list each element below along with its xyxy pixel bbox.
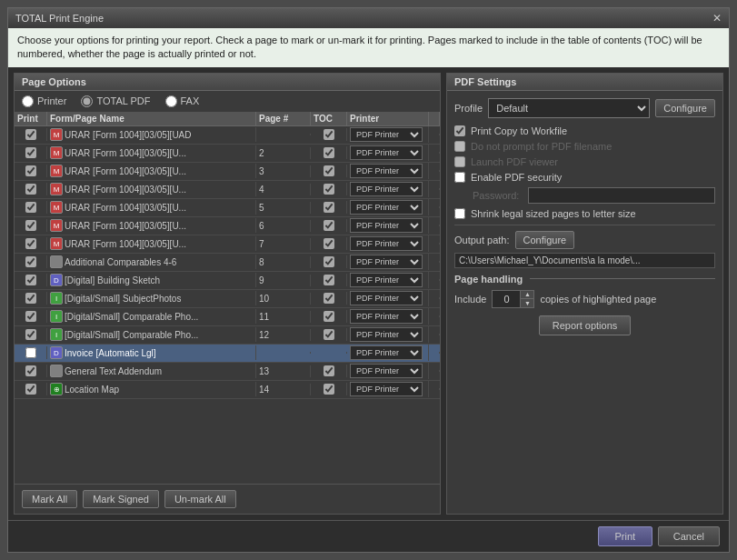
table-body[interactable]: MURAR [Form 1004][03/05][UADPDF PrinterM… bbox=[15, 126, 440, 484]
table-row[interactable]: MURAR [Form 1004][03/05][UADPDF Printer bbox=[15, 126, 440, 145]
print-checkbox[interactable] bbox=[25, 347, 36, 358]
toc-checkbox[interactable] bbox=[324, 184, 334, 195]
toc-checkbox[interactable] bbox=[324, 256, 334, 267]
print-button[interactable]: Print bbox=[598, 526, 652, 546]
spinner-down[interactable]: ▼ bbox=[521, 299, 533, 307]
print-checkbox[interactable] bbox=[25, 129, 36, 140]
printer-select[interactable]: PDF Printer bbox=[350, 291, 423, 305]
radio-total-pdf[interactable]: TOTAL PDF bbox=[81, 95, 150, 107]
printer-select[interactable]: PDF Printer bbox=[350, 182, 423, 196]
cancel-button[interactable]: Cancel bbox=[658, 526, 720, 546]
spinner-buttons: ▲ ▼ bbox=[520, 291, 533, 307]
checkbox-pdf-security-input[interactable] bbox=[454, 172, 465, 183]
report-options-button[interactable]: Report options bbox=[539, 315, 632, 335]
toc-checkbox[interactable] bbox=[324, 384, 334, 395]
printer-select[interactable]: PDF Printer bbox=[350, 255, 423, 269]
printer-select[interactable]: PDF Printer bbox=[350, 145, 423, 160]
col-print: Print bbox=[15, 112, 47, 125]
checkbox-launch-pdf: Launch PDF viewer bbox=[454, 156, 715, 167]
print-checkbox[interactable] bbox=[25, 256, 36, 267]
print-checkbox[interactable] bbox=[25, 293, 36, 304]
print-checkbox[interactable] bbox=[25, 220, 36, 231]
cell-printer: PDF Printer bbox=[347, 163, 429, 179]
print-checkbox[interactable] bbox=[25, 202, 36, 213]
cell-print-check bbox=[15, 383, 47, 395]
printer-select[interactable]: PDF Printer bbox=[350, 309, 423, 324]
printer-select[interactable]: PDF Printer bbox=[350, 236, 423, 251]
table-row[interactable]: MURAR [Form 1004][03/05][U...3PDF Printe… bbox=[15, 163, 440, 181]
table-row[interactable]: MURAR [Form 1004][03/05][U...4PDF Printe… bbox=[15, 181, 440, 199]
printer-select[interactable]: PDF Printer bbox=[350, 200, 423, 215]
table-row[interactable]: General Text Addendum13PDF Printer bbox=[15, 363, 440, 381]
radio-printer[interactable]: Printer bbox=[22, 95, 66, 107]
cell-print-check bbox=[15, 146, 47, 159]
toc-checkbox[interactable] bbox=[324, 293, 334, 304]
print-checkbox[interactable] bbox=[25, 329, 36, 340]
table-row[interactable]: I[Digital/Small] Comparable Pho...11PDF … bbox=[15, 308, 440, 326]
toc-checkbox[interactable] bbox=[324, 129, 334, 140]
checkbox-shrink-input[interactable] bbox=[454, 208, 465, 219]
print-checkbox[interactable] bbox=[25, 311, 36, 322]
print-checkbox[interactable] bbox=[25, 147, 36, 158]
table-row[interactable]: MURAR [Form 1004][03/05][U...6PDF Printe… bbox=[15, 217, 440, 235]
printer-select[interactable]: PDF Printer bbox=[350, 345, 423, 360]
print-checkbox[interactable] bbox=[25, 165, 36, 176]
toc-checkbox[interactable] bbox=[324, 220, 334, 231]
include-input[interactable] bbox=[493, 291, 520, 307]
table-row[interactable]: ⊕Location Map14PDF Printer bbox=[15, 381, 440, 399]
printer-select[interactable]: PDF Printer bbox=[350, 364, 423, 378]
cell-print-check bbox=[15, 255, 47, 268]
table-row[interactable]: I[Digital/Small] Comparable Pho...12PDF … bbox=[15, 326, 440, 345]
row-name-text: [Digital/Small] Comparable Pho... bbox=[65, 312, 198, 322]
toc-checkbox[interactable] bbox=[324, 238, 334, 249]
toc-checkbox[interactable] bbox=[324, 147, 334, 158]
info-bar: Choose your options for printing your re… bbox=[8, 28, 729, 67]
checkbox-no-prompt-input[interactable] bbox=[454, 141, 465, 152]
table-row[interactable]: MURAR [Form 1004][03/05][U...2PDF Printe… bbox=[15, 145, 440, 163]
configure-profile-button[interactable]: Configure bbox=[655, 99, 715, 117]
toc-checkbox[interactable] bbox=[324, 165, 334, 176]
printer-select[interactable]: PDF Printer bbox=[350, 127, 423, 142]
printer-select[interactable]: PDF Printer bbox=[350, 327, 423, 342]
printer-select[interactable]: PDF Printer bbox=[350, 164, 423, 178]
row-icon: M bbox=[50, 183, 63, 195]
profile-select[interactable]: Default bbox=[488, 98, 650, 118]
table-header: Print Form/Page Name Page # TOC Printer bbox=[15, 112, 440, 126]
toc-checkbox[interactable] bbox=[324, 311, 334, 322]
cell-printer: PDF Printer bbox=[347, 290, 429, 306]
row-icon: I bbox=[50, 328, 63, 341]
checkbox-launch-pdf-input[interactable] bbox=[454, 156, 465, 167]
cell-scroll-spacer bbox=[429, 261, 440, 263]
print-checkbox[interactable] bbox=[25, 384, 36, 395]
print-checkbox[interactable] bbox=[25, 238, 36, 249]
configure-output-button[interactable]: Configure bbox=[515, 231, 575, 249]
include-suffix: copies of highlighted page bbox=[540, 294, 656, 305]
toc-checkbox[interactable] bbox=[324, 365, 334, 376]
toc-checkbox[interactable] bbox=[324, 275, 334, 285]
table-row[interactable]: I[Digital/Small] SubjectPhotos10PDF Prin… bbox=[15, 290, 440, 308]
table-row[interactable]: MURAR [Form 1004][03/05][U...7PDF Printe… bbox=[15, 235, 440, 254]
radio-fax[interactable]: FAX bbox=[165, 95, 200, 107]
spinner-up[interactable]: ▲ bbox=[521, 291, 533, 299]
printer-select[interactable]: PDF Printer bbox=[350, 382, 423, 396]
table-row[interactable]: DInvoice [Automatic Lgl]PDF Printer bbox=[15, 345, 440, 363]
print-checkbox[interactable] bbox=[25, 365, 36, 376]
col-printer: Printer bbox=[347, 112, 429, 125]
mark-signed-button[interactable]: Mark Signed bbox=[83, 490, 159, 508]
table-row[interactable]: D[Digital] Building Sketch9PDF Printer bbox=[15, 272, 440, 290]
checkbox-print-copy-input[interactable] bbox=[454, 125, 465, 136]
table-row[interactable]: MURAR [Form 1004][03/05][U...5PDF Printe… bbox=[15, 199, 440, 217]
close-button[interactable]: ✕ bbox=[712, 12, 722, 25]
password-input[interactable] bbox=[528, 187, 715, 204]
table-row[interactable]: Additional Comparables 4-68PDF Printer bbox=[15, 254, 440, 272]
printer-select[interactable]: PDF Printer bbox=[350, 218, 423, 233]
cell-name: MURAR [Form 1004][03/05][U... bbox=[47, 164, 256, 178]
print-checkbox[interactable] bbox=[25, 184, 36, 195]
printer-select[interactable]: PDF Printer bbox=[350, 273, 423, 287]
toc-checkbox[interactable] bbox=[324, 202, 334, 213]
toc-checkbox[interactable] bbox=[324, 329, 334, 340]
print-checkbox[interactable] bbox=[25, 275, 36, 285]
col-toc: TOC bbox=[311, 112, 347, 125]
unmark-all-button[interactable]: Un-mark All bbox=[164, 490, 236, 508]
mark-all-button[interactable]: Mark All bbox=[22, 490, 77, 508]
